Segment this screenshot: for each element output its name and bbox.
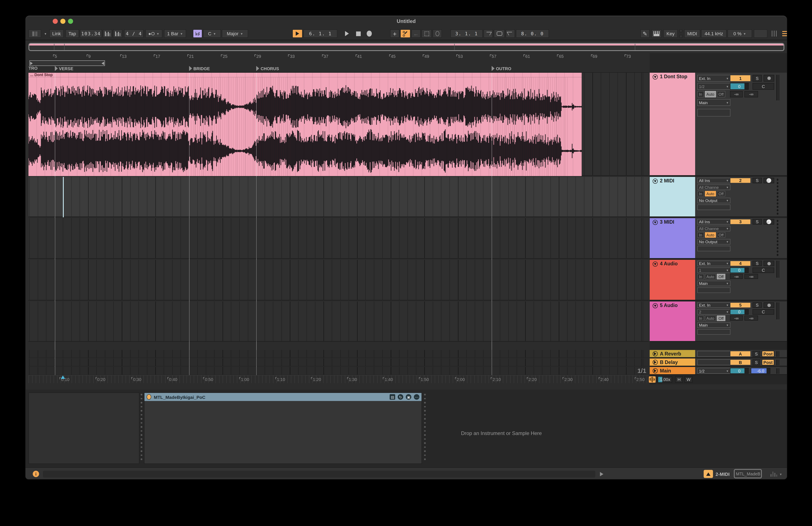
input-channel-menu[interactable]: 2▼ [697, 309, 730, 314]
fold-icon[interactable] [653, 351, 658, 356]
track-name[interactable]: 3 MIDI [650, 218, 695, 258]
device-activator[interactable] [147, 394, 151, 400]
re-enable-automation-button[interactable]: ← [411, 29, 421, 38]
solo-button[interactable]: S [753, 261, 762, 266]
track-number-activator[interactable]: 5 [730, 302, 751, 308]
pan-field[interactable]: C [753, 267, 774, 273]
pre-post-toggle[interactable]: Post [762, 359, 774, 365]
arrangement-overview[interactable] [28, 43, 784, 51]
meter-left-field[interactable]: -∞ [730, 91, 743, 97]
menu-icon[interactable] [781, 29, 787, 38]
automation-arm-button[interactable] [400, 29, 410, 38]
tap-tempo-button[interactable]: Tap [66, 29, 79, 38]
volume-field[interactable]: 0 [730, 267, 749, 273]
panel-divider-right[interactable] [424, 394, 426, 462]
follow-button[interactable] [292, 29, 303, 38]
monitor-buttons[interactable]: InAutoOff [697, 191, 725, 197]
scale-mode-icon[interactable]: ♭♯ [193, 29, 202, 38]
device-title-bar[interactable]: MTL_MadeByIkigai_PoC ▤ ↻ ▣ ⋯ [144, 393, 421, 401]
monitor-off-button[interactable]: Off [717, 91, 725, 97]
computer-midi-keyboard-icon[interactable] [651, 29, 662, 38]
monitor-off-button[interactable]: Off [717, 191, 725, 197]
meter-right-field[interactable]: -∞ [744, 274, 758, 279]
cue-volume-field[interactable]: -6.0 [751, 368, 770, 374]
output-type-menu[interactable]: Main▼ [697, 99, 730, 106]
track-header-2[interactable]: 2 MIDIAll Ins▼All Channe▼InAutoOffNo Out… [650, 177, 787, 217]
waveform-zoom-icon[interactable] [649, 376, 656, 383]
track-lane-4[interactable] [28, 260, 649, 301]
track-name[interactable]: 2 MIDI [650, 177, 695, 216]
fold-icon[interactable] [653, 219, 658, 225]
meter-caret-icon[interactable]: ▼ [779, 473, 782, 476]
time-ruler[interactable]: 0:100:200:300:400:501:001:101:201:301:40… [28, 375, 649, 383]
arm-button[interactable]: ♩ [764, 219, 774, 225]
monitor-off-button[interactable]: Off [717, 232, 725, 238]
input-type-menu[interactable]: All Ins▼ [697, 219, 730, 225]
track-name[interactable]: 4 Audio [650, 260, 695, 300]
send-box[interactable] [697, 359, 730, 365]
arm-button[interactable] [764, 302, 774, 308]
monitor-auto-button[interactable]: Auto [705, 191, 716, 197]
input-channel-menu[interactable]: All Channe▼ [697, 226, 730, 231]
solo-button[interactable]: S [753, 178, 762, 183]
track-number-activator[interactable]: 2 [730, 178, 751, 183]
output-channel-box[interactable] [697, 329, 730, 335]
preview-play-icon[interactable] [600, 472, 603, 476]
audio-clip[interactable]: ... Dont Stop [28, 73, 582, 176]
track-name[interactable]: 5 Audio [650, 301, 695, 341]
return-lane-a[interactable] [28, 350, 649, 358]
volume-field[interactable]: 0 [730, 309, 749, 314]
track-number-activator[interactable]: 3 [730, 219, 751, 225]
return-name[interactable]: A Reverb [650, 350, 695, 357]
return-name[interactable]: B Delay [650, 358, 695, 366]
track-lane-3[interactable] [28, 218, 649, 259]
capture-midi-button[interactable] [433, 29, 442, 38]
key-map-button[interactable]: Key [663, 29, 678, 38]
monitor-in-button[interactable]: In [697, 315, 704, 321]
metronome-a-icon[interactable] [103, 29, 112, 38]
main-volume-field[interactable]: 0 [730, 368, 749, 374]
pre-post-toggle[interactable]: Post [762, 351, 774, 357]
selected-track-fold-button[interactable] [704, 470, 713, 478]
loop-start-field[interactable]: 3. 1. 1 [450, 29, 483, 38]
insert-marker-caret[interactable]: ▼ [42, 29, 47, 38]
track-header-5[interactable]: 5 AudioExt. In▼2▼InAutoOffMain▼5S0C-∞-∞ [650, 301, 787, 342]
cpu-load-menu[interactable]: 0 %▼ [727, 29, 752, 38]
volume-field[interactable]: 0 [730, 83, 749, 90]
input-type-menu[interactable]: Ext. In▼ [697, 75, 730, 82]
main-track-name[interactable]: Main [650, 367, 695, 374]
locator-chorus[interactable]: CHORUS [257, 66, 279, 71]
info-icon[interactable]: i [33, 471, 39, 477]
input-channel-menu[interactable]: 1/2▼ [697, 83, 730, 90]
record-button[interactable] [365, 29, 374, 38]
device-title[interactable]: MTL_MadeByIkigai_PoC [154, 394, 387, 399]
main-lane[interactable] [28, 367, 649, 375]
input-type-menu[interactable]: Ext. In▼ [697, 261, 730, 266]
solo-button[interactable]: S [753, 359, 760, 365]
input-type-menu[interactable]: All Ins▼ [697, 178, 730, 183]
monitor-off-button[interactable]: Off [717, 315, 725, 321]
loop-brace[interactable] [30, 60, 105, 66]
return-header-a[interactable]: A ReverbASPost [650, 350, 787, 358]
device-panel[interactable]: MTL_MadeByIkigai_PoC ▤ ↻ ▣ ⋯ [144, 393, 422, 464]
midi-map-button[interactable]: MIDI [684, 29, 700, 38]
time-signature-field[interactable]: 4 / 4 [124, 29, 144, 38]
return-header-b[interactable]: B DelayBSPost [650, 358, 787, 367]
return-letter-activator[interactable]: B [730, 359, 751, 365]
output-channel-box[interactable] [697, 287, 730, 293]
fold-icon[interactable] [653, 261, 658, 266]
input-type-menu[interactable]: Ext. In▼ [697, 302, 730, 308]
arm-button[interactable] [764, 261, 774, 266]
return-lane-b[interactable] [28, 358, 649, 367]
monitor-auto-button[interactable]: Auto [705, 232, 716, 238]
input-channel-menu[interactable]: 1▼ [697, 267, 730, 273]
more-options-icon[interactable]: ⋯ [414, 394, 419, 400]
locator-bridge[interactable]: BRIDGE [189, 66, 210, 71]
pan-field[interactable]: C [753, 309, 774, 314]
monitor-auto-button[interactable]: Auto [705, 274, 716, 279]
fold-icon[interactable] [653, 360, 658, 365]
send-box[interactable] [697, 351, 730, 357]
meter-left-field[interactable]: -∞ [730, 274, 743, 279]
meter-right-field[interactable]: -∞ [744, 315, 758, 321]
track-number-activator[interactable]: 4 [730, 261, 751, 266]
